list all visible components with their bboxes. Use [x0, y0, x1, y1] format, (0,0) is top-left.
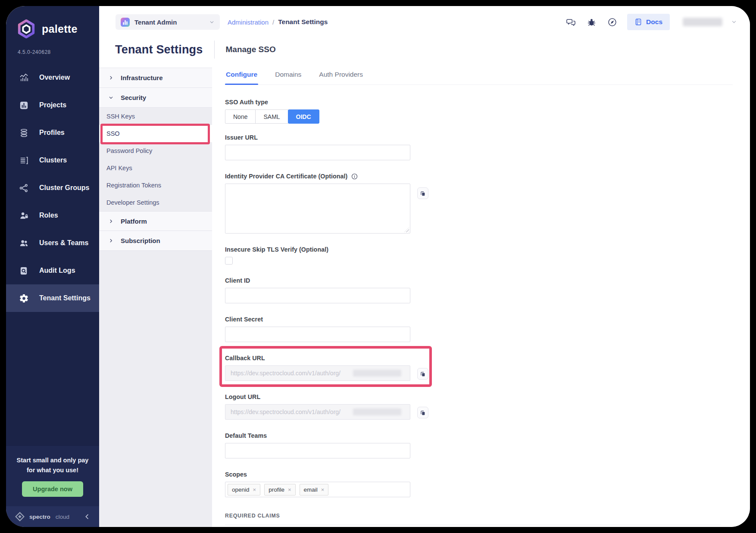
tab-configure[interactable]: Configure [225, 71, 258, 84]
settings-group-label: Security [121, 94, 146, 101]
sidebar-item-projects[interactable]: Projects [6, 91, 99, 119]
settings-item-registration-tokens[interactable]: Registration Tokens [99, 177, 212, 194]
page-title: Tenant Settings [115, 43, 203, 56]
settings-item-label: API Keys [106, 165, 132, 171]
compass-icon[interactable] [606, 16, 618, 28]
tab-auth-providers[interactable]: Auth Providers [318, 71, 364, 84]
redacted-username [683, 18, 722, 26]
settings-group-platform[interactable]: Platform [99, 211, 212, 231]
tenant-admin-icon [121, 18, 130, 27]
sidebar-item-label: Profiles [39, 129, 65, 137]
sidebar-item-label: Cluster Groups [39, 184, 89, 192]
sso-tabs: Configure Domains Auth Providers [225, 68, 733, 85]
upgrade-now-button[interactable]: Upgrade now [22, 481, 83, 497]
scope-tag-profile: profile × [264, 484, 295, 496]
collapse-sidebar-button[interactable] [84, 513, 91, 520]
ca-certificate-textarea-wrap [225, 184, 410, 234]
breadcrumb-administration[interactable]: Administration [228, 19, 269, 26]
required-claims-heading: REQUIRED CLAIMS [225, 513, 733, 519]
sidebar-item-cluster-groups[interactable]: Cluster Groups [6, 174, 99, 202]
feedback-chat-button[interactable] [565, 16, 576, 28]
profiles-stack-icon [19, 128, 29, 138]
sidebar-item-profiles[interactable]: Profiles [6, 119, 99, 146]
sidebar-item-tenant-settings[interactable]: Tenant Settings [6, 284, 99, 312]
field-skip-tls-verify: Insecure Skip TLS Verify (Optional) [225, 246, 410, 265]
topbar: Tenant Admin Administration / Tenant Set… [99, 6, 750, 31]
tab-domains[interactable]: Domains [274, 71, 302, 84]
user-menu[interactable] [683, 18, 737, 26]
client-secret-label: Client Secret [225, 316, 410, 323]
auth-type-oidc-button[interactable]: OIDC [288, 109, 319, 124]
field-scopes: Scopes openid × profile × email [225, 471, 410, 497]
scope-selector-dropdown[interactable]: Tenant Admin [116, 14, 220, 30]
issuer-url-label: Issuer URL [225, 134, 410, 141]
overview-chart-icon [19, 72, 29, 83]
bug-report-button[interactable] [586, 16, 597, 28]
docs-button[interactable]: Docs [627, 14, 670, 30]
sidebar-item-audit-logs[interactable]: Audit Logs [6, 257, 99, 284]
settings-group-infrastructure[interactable]: Infrastructure [99, 68, 212, 88]
logout-url-input[interactable] [225, 404, 410, 420]
copy-logout-url-button[interactable] [417, 407, 428, 418]
issuer-url-input[interactable] [225, 145, 410, 160]
upsell-line1: Start small and only pay [10, 455, 95, 465]
audit-logs-icon [19, 265, 29, 276]
sidebar-item-label: Clusters [39, 156, 67, 164]
copy-callback-url-button[interactable] [417, 368, 428, 380]
sidebar-item-label: Roles [39, 212, 58, 219]
skip-tls-verify-checkbox[interactable] [225, 257, 233, 265]
settings-item-api-keys[interactable]: API Keys [99, 159, 212, 177]
required-claims-section: REQUIRED CLAIMS [225, 513, 733, 525]
chevron-right-icon [108, 75, 113, 80]
client-id-input[interactable] [225, 288, 410, 303]
main-area: Tenant Admin Administration / Tenant Set… [99, 6, 750, 527]
section-divider [225, 525, 721, 525]
remove-tag-icon[interactable]: × [253, 487, 256, 492]
settings-item-sso[interactable]: SSO [99, 125, 212, 142]
scope-tag-openid: openid × [228, 484, 260, 496]
chevron-down-icon [731, 19, 737, 25]
settings-group-security[interactable]: Security [99, 88, 212, 108]
upsell-line2: for what you use! [10, 465, 95, 475]
breadcrumb-current: Tenant Settings [278, 18, 328, 26]
brand-name: palette [42, 23, 78, 35]
ca-certificate-label-row: Identity Provider CA Certificate (Option… [225, 173, 410, 180]
settings-group-label: Subscription [121, 237, 160, 244]
default-teams-label: Default Teams [225, 432, 410, 439]
scopes-tag-input[interactable]: openid × profile × email × [225, 482, 410, 497]
clusters-list-icon [19, 155, 29, 165]
settings-item-label: Developer Settings [106, 199, 159, 206]
page-header: Tenant Settings Manage SSO [99, 31, 750, 68]
sidebar-item-roles[interactable]: Roles [6, 202, 99, 229]
copy-ca-certificate-button[interactable] [417, 187, 428, 199]
client-secret-input[interactable] [225, 327, 410, 342]
sidebar-nav: Overview Projects [6, 64, 99, 312]
ca-certificate-textarea[interactable] [225, 184, 410, 234]
field-issuer-url: Issuer URL [225, 134, 410, 160]
auth-type-none-button[interactable]: None [225, 109, 256, 124]
sidebar-item-overview[interactable]: Overview [6, 64, 99, 91]
topbar-actions: Docs [565, 14, 737, 30]
callback-url-input[interactable] [225, 365, 410, 381]
field-client-secret: Client Secret [225, 316, 410, 342]
chevron-right-icon [108, 219, 113, 224]
sidebar-item-clusters[interactable]: Clusters [6, 146, 99, 174]
settings-item-developer-settings[interactable]: Developer Settings [99, 194, 212, 211]
settings-group-subscription[interactable]: Subscription [99, 231, 212, 251]
sidebar-item-users-teams[interactable]: Users & Teams [6, 229, 99, 257]
scope-tag-label: openid [232, 486, 250, 493]
settings-item-password-policy[interactable]: Password Policy [99, 142, 212, 159]
remove-tag-icon[interactable]: × [321, 487, 325, 492]
ca-certificate-label: Identity Provider CA Certificate (Option… [225, 173, 347, 180]
copy-icon [420, 190, 426, 196]
sidebar-footer: spectrocloud [6, 506, 99, 527]
brand-logo-row: palette [16, 19, 99, 39]
info-icon[interactable] [351, 173, 358, 180]
gear-icon [19, 293, 29, 303]
default-teams-input[interactable] [225, 443, 410, 458]
auth-type-saml-button[interactable]: SAML [255, 109, 288, 124]
settings-item-ssh-keys[interactable]: SSH Keys [99, 108, 212, 125]
palette-logo-icon [16, 19, 36, 39]
docs-book-icon [634, 18, 642, 26]
remove-tag-icon[interactable]: × [288, 487, 291, 492]
